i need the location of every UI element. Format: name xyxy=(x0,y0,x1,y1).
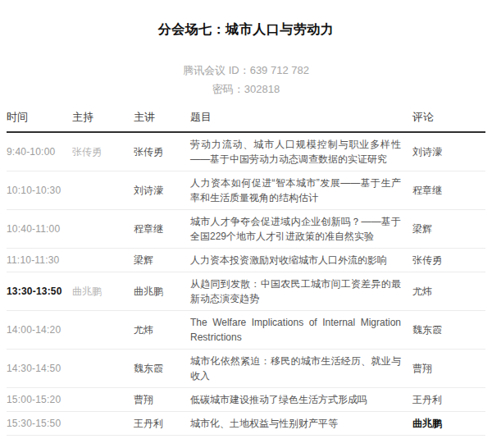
topic-cell: The Welfare Implications of Internal Mig… xyxy=(190,311,412,350)
header-row: 时间 主持 主讲 题目 评论 xyxy=(7,110,485,132)
column-header-host: 主持 xyxy=(72,110,134,132)
host-cell xyxy=(72,171,134,210)
schedule-row: 14:30-14:50 魏东霞 城市化依然紧迫：移民的城市生活经历、就业与收入 … xyxy=(7,350,485,388)
discussant-cell: 曲兆鹏 xyxy=(412,412,485,436)
time-cell: 13:30-13:50 xyxy=(7,272,72,311)
time-cell: 14:30-14:50 xyxy=(7,350,72,388)
schedule-row: 15:00-15:20 曹翔 低碳城市建设推动了绿色生活方式形成吗 王丹利 xyxy=(7,388,485,412)
time-cell: 9:40-10:00 xyxy=(7,132,72,171)
discussant-cell: 魏东霞 xyxy=(412,311,485,350)
meeting-id-line: 腾讯会议 ID：639 712 782 xyxy=(7,61,485,80)
meeting-password-value: 302818 xyxy=(244,83,280,95)
speaker-cell: 程章继 xyxy=(134,210,190,249)
speaker-cell: 刘诗濛 xyxy=(134,171,190,210)
host-cell: 曲兆鹏 xyxy=(72,272,134,311)
session-page: 分会场七：城市人口与劳动力 腾讯会议 ID：639 712 782 密码：302… xyxy=(0,21,492,448)
column-header-discussant: 评论 xyxy=(412,110,485,132)
time-cell: 11:10-11:30 xyxy=(7,249,72,272)
topic-cell: 劳动力流动、城市人口规模控制与职业多样性——基于中国劳动力动态调查数据的实证研究 xyxy=(190,132,412,171)
schedule-row: 14:00-14:20 尤炜 The Welfare Implications … xyxy=(7,311,485,350)
topic-cell: 城市化依然紧迫：移民的城市生活经历、就业与收入 xyxy=(190,350,412,388)
speaker-cell: 梁辉 xyxy=(134,249,190,272)
schedule-row: 10:40-11:00 程章继 城市人才争夺会促进域内企业创新吗？——基于全国2… xyxy=(7,210,485,249)
column-header-speaker: 主讲 xyxy=(134,110,190,132)
schedule-row: 11:10-11:30 梁辉 人力资本投资激励对收缩城市人口外流的影响 张传勇 xyxy=(7,249,485,272)
meeting-password-label: 密码： xyxy=(212,83,244,95)
schedule-row: 13:30-13:50 曲兆鹏 曲兆鹏 从趋同到发散：中国农民工城市间工资差异的… xyxy=(7,272,485,311)
topic-cell: 城市化、土地权益与性别财产平等 xyxy=(190,412,412,436)
speaker-cell: 曲兆鹏 xyxy=(134,272,190,311)
page-title: 分会场七：城市人口与劳动力 xyxy=(7,21,485,38)
host-cell xyxy=(72,412,134,436)
topic-cell: 人力资本投资激励对收缩城市人口外流的影响 xyxy=(190,249,412,272)
schedule-row: 15:30-15:50 王丹利 城市化、土地权益与性别财产平等 曲兆鹏 xyxy=(7,412,485,436)
topic-cell: 从趋同到发散：中国农民工城市间工资差异的最新动态演变趋势 xyxy=(190,272,412,311)
discussant-cell: 王丹利 xyxy=(412,388,485,412)
host-cell xyxy=(72,388,134,412)
speaker-cell: 尤炜 xyxy=(134,311,190,350)
speaker-cell: 魏东霞 xyxy=(134,350,190,388)
host-cell: 张传勇 xyxy=(72,132,134,171)
meeting-info: 腾讯会议 ID：639 712 782 密码：302818 xyxy=(7,61,485,98)
schedule-table: 时间 主持 主讲 题目 评论 9:40-10:00 张传勇 张传勇 劳动力流动、… xyxy=(7,110,485,436)
speaker-cell: 王丹利 xyxy=(134,412,190,436)
time-cell: 15:30-15:50 xyxy=(7,412,72,436)
discussant-cell: 刘诗濛 xyxy=(412,132,485,171)
host-cell xyxy=(72,210,134,249)
time-cell: 10:10-10:30 xyxy=(7,171,72,210)
host-cell xyxy=(72,249,134,272)
topic-cell: 人力资本如何促进“智本城市”发展——基于生产率和生活质量视角的结构估计 xyxy=(190,171,412,210)
schedule-row: 9:40-10:00 张传勇 张传勇 劳动力流动、城市人口规模控制与职业多样性—… xyxy=(7,132,485,171)
speaker-cell: 曹翔 xyxy=(134,388,190,412)
host-cell xyxy=(72,350,134,388)
schedule-row: 10:10-10:30 刘诗濛 人力资本如何促进“智本城市”发展——基于生产率和… xyxy=(7,171,485,210)
meeting-id-value: 639 712 782 xyxy=(250,64,309,76)
discussant-cell: 梁辉 xyxy=(412,210,485,249)
time-cell: 10:40-11:00 xyxy=(7,210,72,249)
discussant-cell: 张传勇 xyxy=(412,249,485,272)
time-cell: 14:00-14:20 xyxy=(7,311,72,350)
topic-cell: 城市人才争夺会促进域内企业创新吗？——基于全国229个地市人才引进政策的准自然实… xyxy=(190,210,412,249)
discussant-cell: 尤炜 xyxy=(412,272,485,311)
meeting-password-line: 密码：302818 xyxy=(7,80,485,98)
meeting-id-label: 腾讯会议 ID： xyxy=(183,64,250,76)
column-header-topic: 题目 xyxy=(190,110,412,132)
discussant-cell: 曹翔 xyxy=(412,350,485,388)
speaker-cell: 张传勇 xyxy=(134,132,190,171)
discussant-cell: 程章继 xyxy=(412,171,485,210)
host-cell xyxy=(72,311,134,350)
topic-cell: 低碳城市建设推动了绿色生活方式形成吗 xyxy=(190,388,412,412)
time-cell: 15:00-15:20 xyxy=(7,388,72,412)
column-header-time: 时间 xyxy=(7,110,72,132)
